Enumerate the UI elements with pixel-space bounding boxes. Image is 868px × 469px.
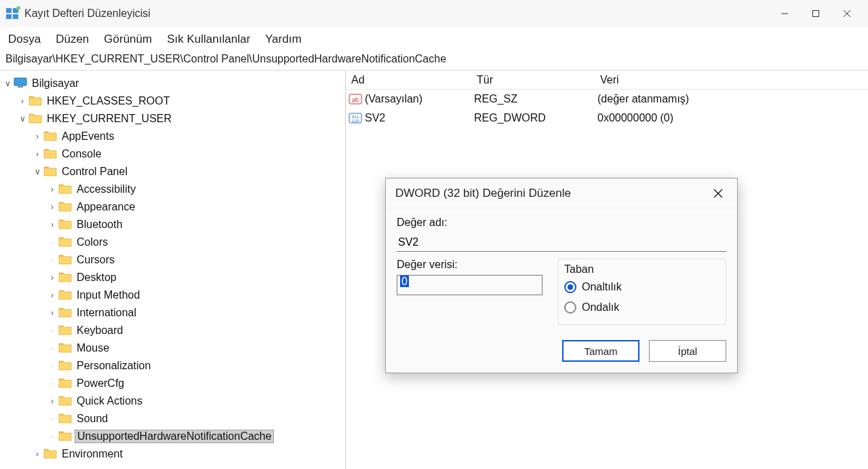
string-value-icon: ab [349, 92, 363, 107]
menu-file[interactable]: Dosya [8, 33, 41, 46]
folder-icon [58, 430, 72, 443]
svg-rect-0 [6, 8, 12, 13]
tree-label: Appearance [75, 201, 137, 213]
folder-icon [58, 253, 72, 267]
menu-favorites[interactable]: Sık Kullanılanlar [167, 33, 250, 46]
tree-hkcr[interactable]: ›HKEY_CLASSES_ROOT [0, 92, 345, 110]
close-button[interactable] [831, 0, 863, 27]
svg-rect-10 [18, 86, 23, 88]
radio-hex[interactable]: Onaltılık [564, 277, 720, 297]
tree-keyboard[interactable]: ··Keyboard [0, 322, 345, 339]
tree-console[interactable]: ›Console [0, 145, 345, 163]
svg-rect-6 [813, 11, 819, 17]
folder-icon [43, 147, 57, 161]
dialog-close-button[interactable] [709, 184, 728, 203]
tree-panel[interactable]: ∨Bilgisayar›HKEY_CLASSES_ROOT∨HKEY_CURRE… [0, 71, 346, 469]
tree-powerCfg[interactable]: ··PowerCfg [0, 375, 345, 392]
tree-appearance[interactable]: ›Appearance [0, 198, 345, 216]
folder-icon [58, 359, 72, 373]
folder-icon [28, 112, 42, 126]
radio-hex-label: Onaltılık [582, 281, 622, 293]
tree-label: AppEvents [60, 130, 116, 143]
value-data-label: Değer verisi: [397, 259, 546, 271]
tree-uhnc[interactable]: ··UnsupportedHardwareNotificationCache [0, 428, 345, 445]
tree-label: Accessibility [75, 183, 138, 195]
list-row[interactable]: 011110SV2REG_DWORD0x00000000 (0) [346, 109, 868, 128]
svg-text:ab: ab [352, 96, 359, 103]
tree-label: Environment [60, 448, 125, 460]
tree-personalization[interactable]: ··Personalization [0, 357, 345, 375]
radio-dec[interactable]: Ondalık [564, 297, 720, 318]
tree-international[interactable]: ›International [0, 304, 345, 322]
value-name-label: Değer adı: [397, 217, 726, 229]
tree-label: International [75, 307, 138, 319]
tree-environment[interactable]: ›Environment [0, 445, 345, 463]
tree-label: HKEY_CURRENT_USER [45, 113, 174, 125]
folder-icon [58, 288, 72, 302]
folder-icon [58, 394, 72, 408]
maximize-button[interactable] [800, 0, 831, 27]
menu-view[interactable]: Görünüm [104, 33, 152, 46]
address-bar[interactable]: Bilgisayar\HKEY_CURRENT_USER\Control Pan… [0, 52, 868, 71]
tree-label: Input Method [75, 289, 142, 301]
value-name: (Varsayılan) [365, 93, 422, 105]
folder-icon [43, 130, 57, 143]
list-header: Ad Tür Veri [346, 71, 868, 90]
tree-label: Bilgisayar [30, 77, 81, 90]
tree-root-computer[interactable]: ∨Bilgisayar [0, 75, 345, 92]
minimize-button[interactable] [769, 0, 800, 27]
folder-icon [43, 447, 57, 461]
menu-edit[interactable]: Düzen [56, 33, 89, 46]
value-name-input[interactable] [397, 233, 726, 252]
tree-inputMethod[interactable]: ›Input Method [0, 286, 345, 304]
folder-icon [43, 165, 57, 179]
folder-icon [14, 77, 27, 90]
edit-dword-dialog: DWORD (32 bit) Değerini Düzenle Değer ad… [385, 178, 738, 373]
tree-label: Colors [75, 236, 110, 248]
cancel-button[interactable]: İptal [649, 340, 726, 362]
tree-label: Keyboard [75, 324, 125, 337]
tree-cursors[interactable]: ··Cursors [0, 251, 345, 269]
titlebar: Kayıt Defteri Düzenleyicisi [0, 0, 868, 27]
col-data[interactable]: Veri [597, 74, 868, 86]
tree-desktop[interactable]: ›Desktop [0, 269, 345, 286]
menu-help[interactable]: Yardım [265, 33, 302, 46]
tree-label: Personalization [75, 360, 153, 372]
svg-rect-2 [6, 14, 12, 19]
tree-sound[interactable]: ··Sound [0, 410, 345, 428]
tree-label: PowerCfg [75, 377, 126, 390]
window-title: Kayıt Defteri Düzenleyicisi [24, 7, 151, 20]
tree-label: Console [60, 148, 104, 160]
value-data-input[interactable]: 0 [397, 275, 542, 295]
value-data: (değer atanmamış) [597, 93, 868, 105]
value-type: REG_SZ [474, 93, 597, 105]
binary-value-icon: 011110 [349, 111, 363, 126]
list-row[interactable]: ab(Varsayılan)REG_SZ(değer atanmamış) [346, 90, 868, 109]
tree-bluetooth[interactable]: ›Bluetooth [0, 216, 345, 233]
value-data: 0x00000000 (0) [597, 112, 868, 124]
tree-label: UnsupportedHardwareNotificationCache [75, 430, 274, 443]
tree-label: Control Panel [60, 166, 130, 178]
tree-label: Cursors [75, 254, 117, 266]
col-type[interactable]: Tür [474, 74, 597, 86]
tree-accessibility[interactable]: ›Accessibility [0, 181, 345, 198]
svg-rect-9 [14, 78, 26, 86]
folder-icon [58, 377, 72, 390]
svg-rect-3 [13, 14, 18, 19]
folder-icon [58, 341, 72, 355]
folder-icon [58, 200, 72, 214]
value-type: REG_DWORD [474, 112, 597, 124]
col-name[interactable]: Ad [349, 74, 474, 86]
dialog-titlebar: DWORD (32 bit) Değerini Düzenle [386, 179, 737, 208]
tree-colors[interactable]: ··Colors [0, 233, 345, 251]
ok-button[interactable]: Tamam [562, 340, 639, 362]
tree-mouse[interactable]: ··Mouse [0, 339, 345, 357]
svg-point-4 [16, 6, 20, 10]
tree-quickActions[interactable]: ›Quick Actions [0, 392, 345, 410]
folder-icon [58, 218, 72, 231]
tree-appevents[interactable]: ›AppEvents [0, 128, 345, 145]
tree-hkcu[interactable]: ∨HKEY_CURRENT_USER [0, 110, 345, 128]
tree-controlpanel[interactable]: ∨Control Panel [0, 163, 345, 181]
folder-icon [58, 306, 72, 320]
tree-label: HKEY_CLASSES_ROOT [45, 95, 172, 107]
